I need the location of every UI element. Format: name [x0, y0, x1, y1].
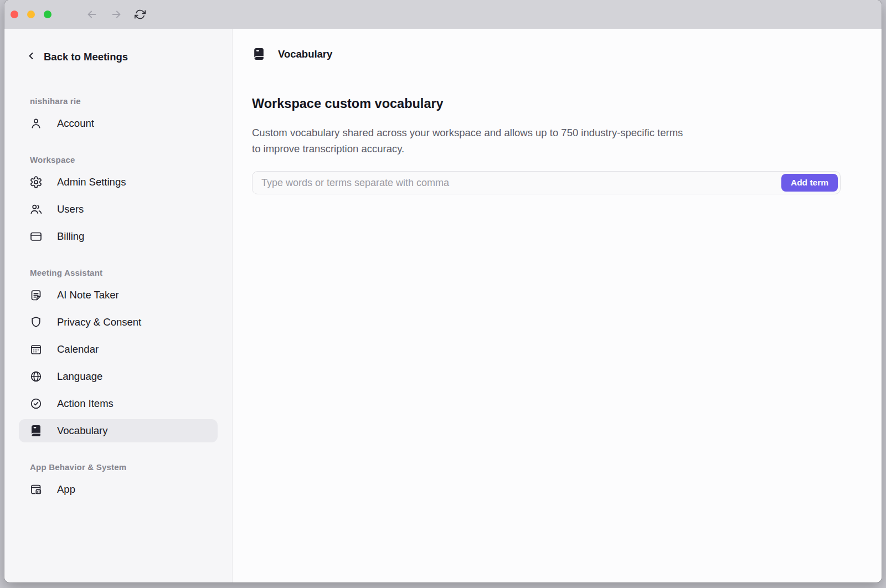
- shield-icon: [29, 316, 43, 329]
- close-window-button[interactable]: [11, 11, 18, 18]
- sidebar-item-users[interactable]: Users: [19, 198, 218, 221]
- sidebar: Back to Meetings nishihara rie Account W…: [4, 29, 233, 582]
- gear-icon: [29, 176, 43, 189]
- back-to-meetings-button[interactable]: Back to Meetings: [19, 49, 218, 65]
- book-icon: [29, 424, 43, 437]
- chevron-left-icon: [25, 50, 37, 64]
- sidebar-item-vocabulary[interactable]: Vocabulary: [19, 419, 218, 442]
- user-icon: [29, 117, 43, 130]
- credit-card-icon: [29, 230, 43, 243]
- sidebar-item-label: AI Note Taker: [57, 289, 119, 301]
- add-term-button[interactable]: Add term: [781, 174, 838, 192]
- app-window-icon: [29, 483, 43, 496]
- minimize-window-button[interactable]: [27, 11, 35, 18]
- sidebar-item-label: Vocabulary: [57, 425, 108, 437]
- main-content: Vocabulary Workspace custom vocabulary C…: [233, 29, 882, 582]
- section-label-app-behavior: App Behavior & System: [19, 462, 218, 472]
- sidebar-item-label: Privacy & Consent: [57, 316, 141, 328]
- check-circle-icon: [29, 397, 43, 410]
- title-bar: [4, 0, 882, 29]
- section-label-meeting-assistant: Meeting Assistant: [19, 268, 218, 277]
- sidebar-item-language[interactable]: Language: [19, 365, 218, 388]
- sidebar-item-privacy-consent[interactable]: Privacy & Consent: [19, 311, 218, 334]
- zoom-window-button[interactable]: [44, 11, 51, 18]
- sidebar-item-admin-settings[interactable]: Admin Settings: [19, 171, 218, 194]
- sidebar-item-label: Billing: [57, 230, 84, 243]
- forward-arrow-icon[interactable]: [110, 8, 122, 20]
- traffic-lights: [11, 11, 51, 18]
- sidebar-item-ai-note-taker[interactable]: AI Note Taker: [19, 283, 218, 307]
- section-label-workspace: Workspace: [19, 155, 218, 164]
- term-input[interactable]: [252, 171, 841, 194]
- section-title: Workspace custom vocabulary: [252, 96, 841, 111]
- section-label-user: nishihara rie: [19, 96, 218, 106]
- page-header: Vocabulary: [252, 47, 841, 61]
- sidebar-item-app[interactable]: App: [19, 478, 218, 501]
- sidebar-item-label: Action Items: [57, 398, 114, 410]
- sidebar-item-calendar[interactable]: Calendar: [19, 338, 218, 361]
- sidebar-item-billing[interactable]: Billing: [19, 225, 218, 248]
- sidebar-item-label: App: [57, 483, 75, 496]
- book-icon: [252, 47, 266, 61]
- vocabulary-description: Custom vocabulary shared across your wor…: [252, 125, 692, 157]
- sidebar-item-action-items[interactable]: Action Items: [19, 392, 218, 415]
- globe-icon: [29, 370, 43, 383]
- back-label: Back to Meetings: [44, 51, 128, 63]
- reload-icon[interactable]: [135, 9, 146, 20]
- users-icon: [29, 203, 43, 216]
- sidebar-item-label: Admin Settings: [57, 176, 126, 188]
- sidebar-item-label: Language: [57, 370, 102, 383]
- page-title: Vocabulary: [278, 48, 332, 60]
- sidebar-item-account[interactable]: Account: [19, 112, 218, 135]
- sidebar-item-label: Calendar: [57, 343, 99, 355]
- sidebar-item-label: Account: [57, 117, 94, 130]
- calendar-icon: [29, 343, 43, 356]
- term-input-group: Add term: [252, 171, 841, 194]
- note-icon: [29, 288, 43, 302]
- app-window: Back to Meetings nishihara rie Account W…: [4, 0, 882, 582]
- sidebar-item-label: Users: [57, 203, 84, 215]
- back-arrow-icon[interactable]: [86, 8, 98, 20]
